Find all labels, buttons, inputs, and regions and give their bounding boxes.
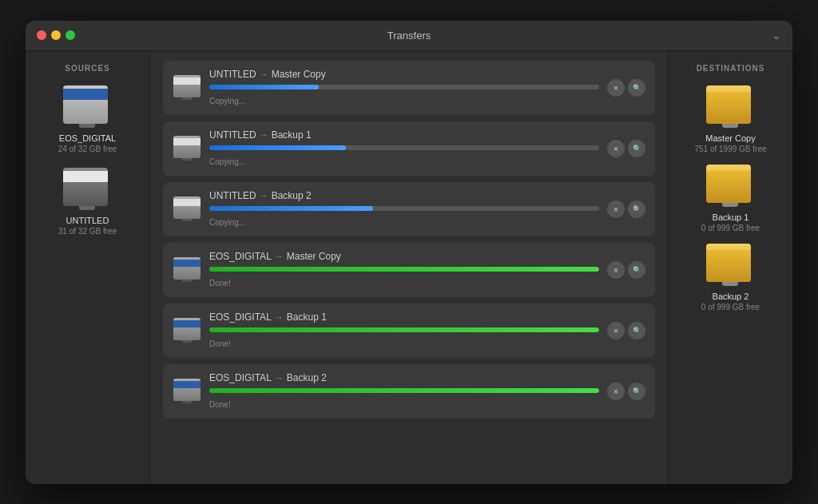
dest-item-backup-2[interactable]: Backup 2 0 of 999 GB free [701,244,760,312]
main-layout: SOURCES EOS_DIGITAL 24 of 32 GB free [26,51,792,484]
source-item-untitled[interactable]: UNTITLED 31 of 32 GB free [58,168,117,236]
transfer-source-0: UNTITLED [209,69,256,80]
transfer-info-0: UNTITLED → Master Copy Copying... [209,69,599,107]
transfer-disk-icon-3 [173,257,201,283]
transfer-actions-5: × 🔍 [607,383,645,400]
transfer-source-3: EOS_DIGITAL [209,251,272,262]
transfer-info-3: EOS_DIGITAL → Master Copy Done! [209,251,599,289]
transfer-row-4: EOS_DIGITAL → Backup 1 Done! × 🔍 [163,304,655,358]
transfer-actions-1: × 🔍 [607,140,645,157]
maximize-button[interactable] [66,30,75,40]
inspect-button-4[interactable]: 🔍 [628,322,645,339]
transfer-status-3: Done! [209,279,231,288]
transfer-row-3: EOS_DIGITAL → Master Copy Done! × 🔍 [163,243,655,297]
cancel-button-5[interactable]: × [607,383,625,400]
transfer-status-2: Copying... [209,218,245,227]
transfer-info-4: EOS_DIGITAL → Backup 1 Done! [209,312,599,350]
transfer-source-5: EOS_DIGITAL [209,372,272,383]
transfer-disk-conn-2 [182,219,192,221]
eos-disk-strip [63,89,108,100]
inspect-button-1[interactable]: 🔍 [628,140,645,157]
transfer-title-4: EOS_DIGITAL → Backup 1 [209,312,599,323]
progress-bar-container-5 [209,388,599,393]
progress-bar-fill-3 [209,267,599,272]
transfer-disk-strip-4 [173,320,201,327]
progress-bar-container-0 [209,85,599,89]
transfer-destination-5: Backup 2 [287,372,327,383]
arrow-icon-3: → [275,252,284,261]
untitled-disk-body [63,168,108,206]
master-copy-info: 751 of 1999 GB free [694,145,766,153]
transfer-title-0: UNTITLED → Master Copy [209,69,599,80]
transfer-disk-icon-4 [173,318,201,343]
eos-digital-name: EOS_DIGITAL [59,133,116,143]
inspect-button-0[interactable]: 🔍 [628,79,645,97]
sources-sidebar: SOURCES EOS_DIGITAL 24 of 32 GB free [26,51,149,484]
progress-bar-container-4 [209,327,599,332]
transfer-source-4: EOS_DIGITAL [209,312,272,323]
dest-item-backup-1[interactable]: Backup 1 0 of 999 GB free [701,165,760,232]
transfer-disk-strip-0 [173,77,201,85]
transfer-disk-body-3 [173,257,201,280]
transfer-info-2: UNTITLED → Backup 2 Copying... [209,190,599,228]
transfer-disk-conn-0 [182,97,192,100]
cancel-button-0[interactable]: × [607,79,625,97]
transfer-title-1: UNTITLED → Backup 1 [209,129,599,141]
backup-1-disk-icon [706,165,754,208]
close-button[interactable] [37,30,46,40]
backup-2-name: Backup 2 [713,292,749,301]
chevron-down-icon[interactable]: ⌄ [772,29,781,42]
backup-1-disk-body [706,165,751,203]
untitled-name: UNTITLED [66,216,109,225]
transfer-actions-4: × 🔍 [607,322,645,339]
transfer-destination-4: Backup 1 [287,312,327,323]
backup-1-name: Backup 1 [713,212,749,222]
progress-bar-fill-5 [209,388,599,393]
transfer-disk-body-1 [173,136,201,158]
transfer-destination-2: Backup 2 [272,190,312,201]
transfer-disk-strip-5 [173,381,201,388]
backup-2-info: 0 of 999 GB free [701,303,760,312]
cancel-button-3[interactable]: × [607,261,625,279]
transfers-panel: UNTITLED → Master Copy Copying... × 🔍 [149,51,669,484]
backup-2-disk-body [706,244,751,282]
transfer-disk-body-5 [173,379,201,401]
transfer-title-2: UNTITLED → Backup 2 [209,190,599,201]
arrow-icon-5: → [275,373,284,383]
transfer-disk-conn-1 [182,158,192,161]
cancel-button-1[interactable]: × [607,140,625,157]
cancel-button-2[interactable]: × [607,200,625,218]
transfer-disk-strip-1 [173,138,201,145]
cancel-button-4[interactable]: × [607,322,625,339]
backup-1-info: 0 of 999 GB free [701,224,760,232]
transfer-row-0: UNTITLED → Master Copy Copying... × 🔍 [163,61,655,115]
transfer-title-3: EOS_DIGITAL → Master Copy [209,251,599,262]
eos-disk-body [63,85,108,124]
transfer-status-0: Copying... [209,97,245,105]
source-item-eos-digital[interactable]: EOS_DIGITAL 24 of 32 GB free [58,85,117,153]
dest-item-master-copy[interactable]: Master Copy 751 of 1999 GB free [694,85,766,153]
transfer-disk-conn-3 [182,280,192,282]
transfer-destination-0: Master Copy [272,69,326,80]
master-copy-disk-label-area [706,92,751,124]
inspect-button-5[interactable]: 🔍 [628,383,645,400]
transfer-destination-1: Backup 1 [272,129,312,141]
progress-bar-container-2 [209,206,599,211]
inspect-button-2[interactable]: 🔍 [628,200,645,218]
backup-1-disk-label-area [706,171,751,203]
eos-disk-connector [79,124,95,128]
master-copy-disk-body [706,85,751,124]
backup-2-disk-top [706,244,751,250]
destinations-sidebar: DESTINATIONS Master Copy 751 of 1999 GB … [669,51,792,484]
arrow-icon-1: → [260,130,268,140]
progress-bar-container-3 [209,267,599,272]
title-bar: Transfers ⌄ [26,21,792,51]
transfer-info-1: UNTITLED → Backup 1 Copying... [209,129,599,168]
backup-2-disk-icon [706,244,754,287]
inspect-button-3[interactable]: 🔍 [628,261,645,279]
minimize-button[interactable] [51,30,61,40]
progress-bar-fill-2 [209,206,373,211]
transfer-disk-strip-2 [173,199,201,206]
transfer-disk-icon-5 [173,379,201,404]
transfer-info-5: EOS_DIGITAL → Backup 2 Done! [209,372,599,411]
